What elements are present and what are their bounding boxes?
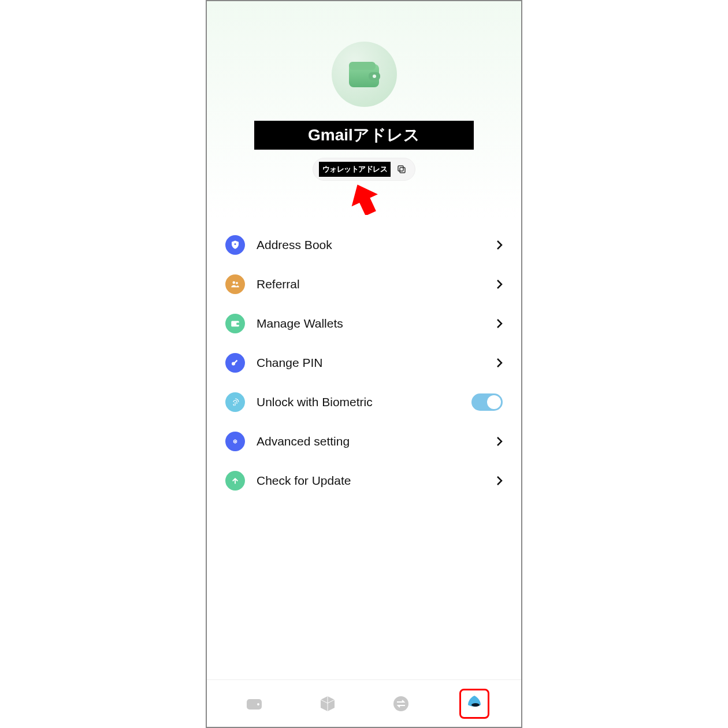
- menu-label: Address Book: [257, 238, 485, 252]
- svg-rect-5: [398, 166, 403, 171]
- svg-point-18: [471, 703, 480, 707]
- menu-label: Unlock with Biometric: [257, 395, 460, 409]
- menu-label: Change PIN: [257, 356, 485, 370]
- shield-icon: [225, 235, 245, 255]
- menu-item-manage-wallets[interactable]: Manage Wallets: [224, 304, 504, 343]
- wallet-small-icon: [225, 314, 245, 333]
- bottom-nav: [207, 679, 521, 727]
- update-icon: [225, 471, 245, 491]
- nav-wallet[interactable]: [239, 689, 269, 719]
- svg-rect-4: [400, 168, 405, 173]
- wallet-icon: [346, 56, 382, 93]
- nav-cube[interactable]: [313, 689, 343, 719]
- svg-point-17: [393, 696, 408, 711]
- fingerprint-icon: [225, 392, 245, 412]
- wallet-hero-icon: [332, 42, 397, 107]
- wallet-address-label: ウォレットアドレス: [319, 162, 391, 177]
- menu-label: Manage Wallets: [257, 317, 485, 330]
- swap-nav-icon: [391, 694, 411, 714]
- chevron-right-icon: [497, 280, 503, 289]
- app-screen: Gmailアドレス ウォレットアドレス Address Book: [206, 0, 522, 728]
- chevron-right-icon: [497, 437, 503, 446]
- profile-content: Gmailアドレス ウォレットアドレス Address Book: [207, 1, 521, 679]
- menu-item-address-book[interactable]: Address Book: [224, 225, 504, 265]
- nav-dolphin[interactable]: [459, 689, 489, 719]
- menu-item-referral[interactable]: Referral: [224, 265, 504, 304]
- biometric-toggle[interactable]: [471, 393, 503, 411]
- people-icon: [225, 274, 245, 294]
- copy-icon[interactable]: [396, 164, 407, 174]
- svg-point-9: [236, 282, 238, 284]
- svg-point-14: [235, 441, 236, 443]
- menu-item-biometric[interactable]: Unlock with Biometric: [224, 382, 504, 422]
- red-arrow-annotation: [350, 183, 378, 215]
- cube-nav-icon: [318, 694, 337, 714]
- wallet-nav-icon: [244, 694, 264, 714]
- email-label: Gmailアドレス: [254, 121, 474, 150]
- nav-swap[interactable]: [386, 689, 416, 719]
- key-icon: [225, 353, 245, 373]
- svg-point-16: [257, 703, 259, 705]
- menu-item-update[interactable]: Check for Update: [224, 461, 504, 500]
- svg-point-3: [373, 75, 376, 78]
- svg-rect-11: [236, 323, 239, 325]
- menu-item-advanced[interactable]: Advanced setting: [224, 422, 504, 461]
- chevron-right-icon: [497, 240, 503, 250]
- gear-icon: [225, 432, 245, 451]
- svg-rect-1: [349, 62, 376, 70]
- menu-item-change-pin[interactable]: Change PIN: [224, 343, 504, 382]
- svg-rect-15: [247, 699, 262, 710]
- settings-menu: Address Book Referral Manage Wallets: [224, 225, 504, 500]
- menu-label: Check for Update: [257, 474, 485, 488]
- wallet-address-pill[interactable]: ウォレットアドレス: [313, 158, 416, 181]
- svg-marker-6: [350, 183, 378, 215]
- svg-point-8: [233, 281, 236, 284]
- chevron-right-icon: [497, 476, 503, 485]
- dolphin-nav-icon: [465, 694, 484, 714]
- chevron-right-icon: [497, 358, 503, 367]
- svg-point-7: [235, 243, 236, 245]
- chevron-right-icon: [497, 319, 503, 328]
- menu-label: Referral: [257, 277, 485, 291]
- svg-rect-13: [233, 360, 237, 364]
- menu-label: Advanced setting: [257, 434, 485, 448]
